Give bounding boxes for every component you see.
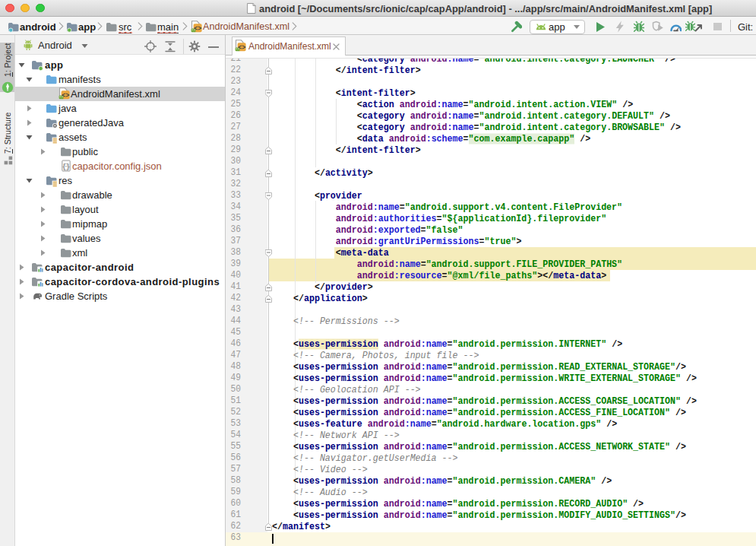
svg-text:<>: <>: [238, 44, 245, 52]
svg-text:<>: <>: [194, 25, 201, 33]
svg-text:}: }: [66, 162, 71, 170]
svg-text:<>: <>: [62, 91, 69, 99]
